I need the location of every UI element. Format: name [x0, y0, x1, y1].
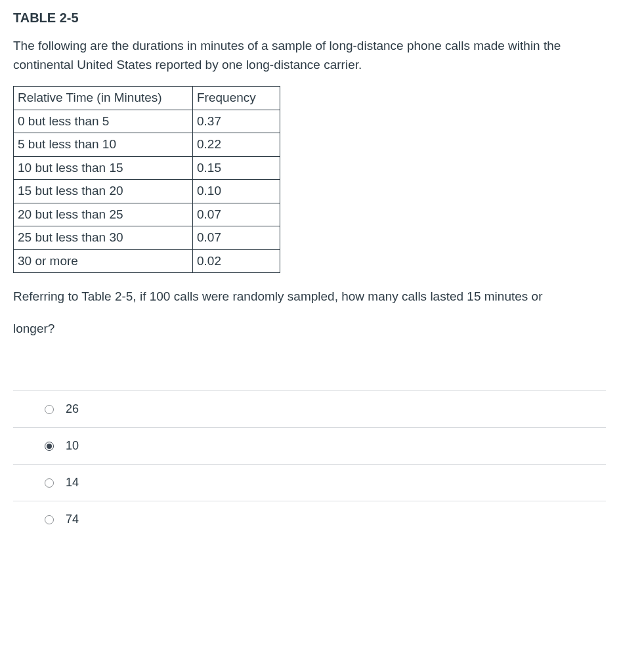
cell-time: 5 but less than 10: [14, 133, 193, 157]
option-label: 14: [66, 474, 79, 492]
table-row: 25 but less than 30 0.07: [14, 226, 280, 250]
header-freq: Frequency: [193, 87, 280, 110]
cell-time: 10 but less than 15: [14, 156, 193, 180]
intro-text: The following are the durations in minut…: [13, 37, 606, 74]
option-row[interactable]: 14: [13, 465, 606, 501]
table-title: TABLE 2-5: [13, 8, 606, 28]
option-row[interactable]: 74: [13, 501, 606, 537]
table-row: 0 but less than 5 0.37: [14, 110, 280, 133]
table-row: 20 but less than 25 0.07: [14, 203, 280, 226]
cell-time: 15 but less than 20: [14, 180, 193, 203]
cell-freq: 0.10: [193, 180, 280, 203]
option-label: 26: [66, 400, 79, 418]
radio-icon[interactable]: [45, 515, 54, 524]
option-row[interactable]: 26: [13, 390, 606, 428]
cell-freq: 0.07: [193, 203, 280, 226]
cell-time: 20 but less than 25: [14, 203, 193, 226]
table-row: 15 but less than 20 0.10: [14, 180, 280, 203]
table-header-row: Relative Time (in Minutes) Frequency: [14, 87, 280, 110]
table-row: 5 but less than 10 0.22: [14, 133, 280, 157]
frequency-table: Relative Time (in Minutes) Frequency 0 b…: [13, 86, 280, 273]
radio-icon[interactable]: [45, 442, 54, 451]
question-text-line1: Referring to Table 2-5, if 100 calls wer…: [13, 287, 606, 306]
cell-freq: 0.37: [193, 110, 280, 133]
header-time: Relative Time (in Minutes): [14, 87, 193, 110]
cell-freq: 0.15: [193, 156, 280, 180]
option-row[interactable]: 10: [13, 428, 606, 465]
cell-freq: 0.02: [193, 249, 280, 273]
cell-time: 30 or more: [14, 249, 193, 273]
option-label: 74: [66, 511, 79, 528]
table-row: 30 or more 0.02: [14, 249, 280, 273]
cell-time: 25 but less than 30: [14, 226, 193, 250]
radio-icon[interactable]: [45, 478, 54, 488]
option-label: 10: [66, 437, 79, 455]
cell-time: 0 but less than 5: [14, 110, 193, 133]
table-row: 10 but less than 15 0.15: [14, 156, 280, 180]
answer-options: 26 10 14 74: [13, 390, 606, 537]
cell-freq: 0.22: [193, 133, 280, 157]
radio-icon[interactable]: [45, 405, 54, 414]
question-text-line2: longer?: [13, 320, 606, 339]
cell-freq: 0.07: [193, 226, 280, 250]
